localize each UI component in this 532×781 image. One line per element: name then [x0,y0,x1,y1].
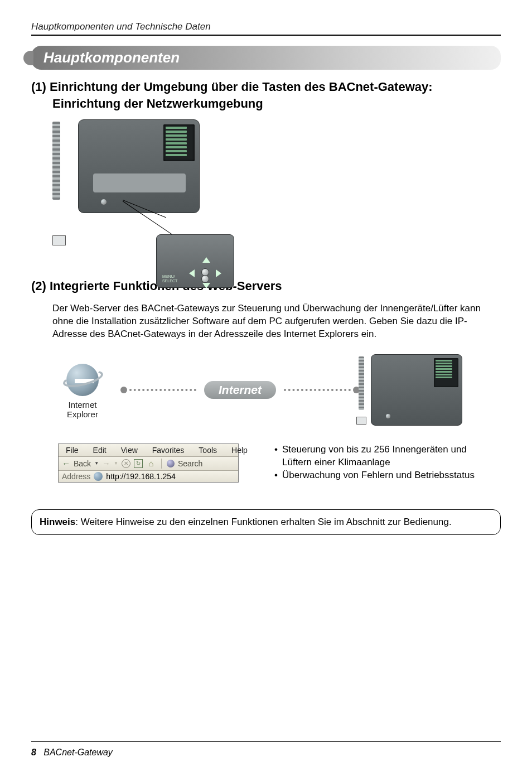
arrow-down-icon [202,283,210,288]
menu-favorites[interactable]: Favorites [145,444,192,456]
bullet-2: Überwachung von Fehlern und Betriebsstat… [282,469,475,482]
note-label: Hinweis [40,517,75,527]
ie-label-1: Internet [67,400,98,409]
browser-menubar: File Edit View Favorites Tools Help [59,444,238,457]
browser-toolbar-row: ← Back ▼ → ▼ ✕ ↻ ⌂ Search [59,457,238,471]
internet-pill-text: Internet [219,383,262,396]
dpad-icon [186,257,225,288]
address-url[interactable]: http://192.168.1.254 [106,472,176,481]
bullet-1-line-2: Lüftern einer Klimaanlage [282,457,390,467]
heading-1: (1) Einrichtung der Umgebung über die Ta… [31,79,501,112]
footer-page-number: 8 [31,748,36,757]
stop-icon[interactable]: ✕ [122,459,130,468]
footer-rule [31,741,501,742]
side-connector-small-icon [359,356,364,410]
bullet-dot-icon: • [274,469,282,482]
forward-arrow-icon[interactable]: → [102,459,110,468]
internet-pill: Internet [204,381,276,399]
menu-tools[interactable]: Tools [191,444,224,456]
browser-address-row: Address http://192.168.1.254 [59,471,238,482]
bullet-1-line-1: Steuerung von bis zu 256 Innengeräten un… [282,444,467,455]
menu-view[interactable]: View [114,444,145,456]
address-label: Address [62,472,90,481]
internet-explorer-icon [64,361,101,399]
browser-toolbar: File Edit View Favorites Tools Help ← Ba… [58,443,239,483]
heading-1-line1: (1) Einrichtung der Umgebung über die Ta… [31,79,501,95]
body-paragraph: Der Web-Server des BACnet-Gateways zur S… [52,302,501,341]
device-lcd-icon [163,124,195,161]
panel-label-2: SELECT [162,279,177,283]
control-panel-callout: MENU/ SELECT [156,234,234,288]
device-illustration: MENU/ SELECT [52,119,501,248]
section-title-pill: Hauptkomponenten [31,46,501,70]
device-lcd-small-icon [434,358,458,387]
panel-label-1: MENU/ [162,274,177,279]
ie-page-icon [94,472,103,481]
device-led-small-icon [386,414,390,418]
note-text: : Weitere Hinweise zu den einzelnen Funk… [75,517,451,527]
round-button-icon [201,275,209,283]
ie-logo-block: Internet Explorer [52,361,113,420]
device-label-strip [93,173,186,192]
internet-diagram-row: Internet Explorer Internet [52,354,501,426]
connection-dots-left [120,387,196,393]
note-box: Hinweis: Weitere Hinweise zu den einzeln… [31,509,501,535]
connection-dots-right [284,387,360,393]
bullet-dot-icon: • [274,443,282,469]
menu-help[interactable]: Help [224,444,255,456]
feature-bullets: • Steuerung von bis zu 256 Innengeräten … [274,443,475,482]
menu-edit[interactable]: Edit [86,444,114,456]
side-port-icon [52,235,66,245]
arrow-left-icon [189,269,195,277]
heading-1-line2: Einrichtung der Netzwerkumgebung [31,95,501,112]
heading-2: (2) Integrierte Funktionen des Web-Serve… [31,278,501,295]
gateway-device-icon [78,119,200,213]
search-globe-icon[interactable] [167,460,175,467]
back-arrow-icon[interactable]: ← [62,459,70,468]
ie-label-2: Explorer [67,409,98,419]
panel-button-label: MENU/ SELECT [162,274,177,283]
footer-title: BACnet-Gateway [43,748,113,757]
menu-file[interactable]: File [59,444,86,456]
page-footer: 8 BACnet-Gateway [31,748,113,758]
head-rule [31,35,501,36]
section-title-text: Hauptkomponenten [43,49,180,66]
home-icon[interactable]: ⌂ [146,459,156,469]
forward-dropdown-icon[interactable]: ▼ [114,461,118,466]
arrow-up-icon [202,257,210,263]
side-port-small-icon [356,417,366,425]
search-button[interactable]: Search [178,459,202,468]
gateway-device-small-icon [371,354,462,426]
back-dropdown-icon[interactable]: ▼ [94,461,99,466]
refresh-icon[interactable]: ↻ [134,459,143,468]
toolbar-separator [161,459,162,469]
running-head: Hauptkomponenten und Technische Daten [31,21,501,32]
back-button[interactable]: Back [74,459,91,468]
arrow-right-icon [216,269,221,277]
device-led-icon [101,199,107,205]
side-connector-icon [52,122,60,200]
